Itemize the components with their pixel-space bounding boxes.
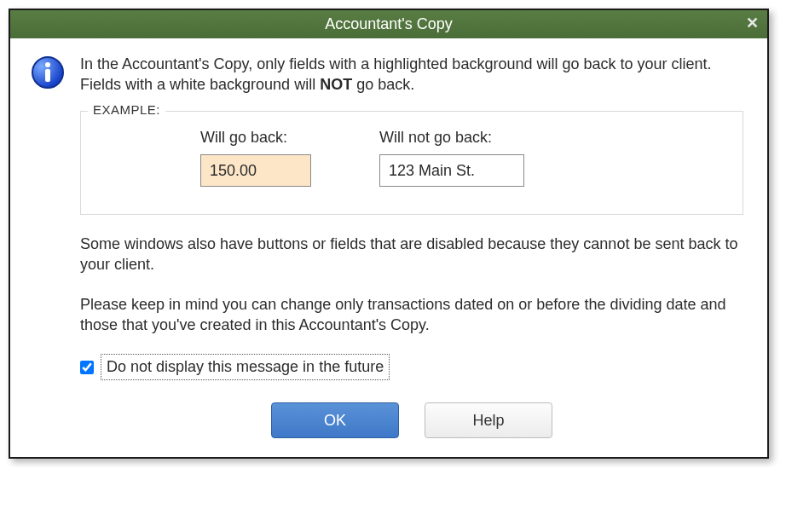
will-not-go-back-col: Will not go back: 123 Main St. xyxy=(379,127,524,188)
intro-not: NOT xyxy=(320,76,352,93)
button-row: OK Help xyxy=(80,402,743,438)
dividing-date-text: Please keep in mind you can change only … xyxy=(80,294,743,336)
will-not-go-back-field: 123 Main St. xyxy=(379,154,524,187)
example-columns: Will go back: 150.00 Will not go back: 1… xyxy=(107,127,717,188)
accountants-copy-dialog: Accountant's Copy ✕ In the Accountant's … xyxy=(9,9,769,459)
info-icon xyxy=(31,55,65,90)
dialog-title: Accountant's Copy xyxy=(325,15,453,32)
suppress-message-checkbox[interactable] xyxy=(80,361,94,374)
will-go-back-label: Will go back: xyxy=(200,127,311,147)
dialog-content: In the Accountant's Copy, only fields wi… xyxy=(10,38,767,457)
example-label: EXAMPLE: xyxy=(88,101,165,119)
svg-rect-2 xyxy=(45,69,50,82)
will-not-go-back-label: Will not go back: xyxy=(379,127,524,147)
dialog-body: In the Accountant's Copy, only fields wi… xyxy=(80,54,743,438)
titlebar: Accountant's Copy ✕ xyxy=(10,10,767,38)
intro-post: go back. xyxy=(352,76,414,93)
disabled-fields-text: Some windows also have buttons or fields… xyxy=(80,234,743,275)
example-box: EXAMPLE: Will go back: 150.00 Will not g… xyxy=(80,111,743,216)
close-icon[interactable]: ✕ xyxy=(746,14,759,32)
help-button[interactable]: Help xyxy=(425,402,552,438)
will-go-back-col: Will go back: 150.00 xyxy=(200,127,311,188)
svg-point-1 xyxy=(45,62,50,67)
suppress-message-row: Do not display this message in the futur… xyxy=(80,354,743,379)
suppress-message-label[interactable]: Do not display this message in the futur… xyxy=(101,354,390,379)
will-go-back-field: 150.00 xyxy=(200,154,311,187)
intro-text: In the Accountant's Copy, only fields wi… xyxy=(80,54,743,95)
ok-button[interactable]: OK xyxy=(271,402,399,438)
